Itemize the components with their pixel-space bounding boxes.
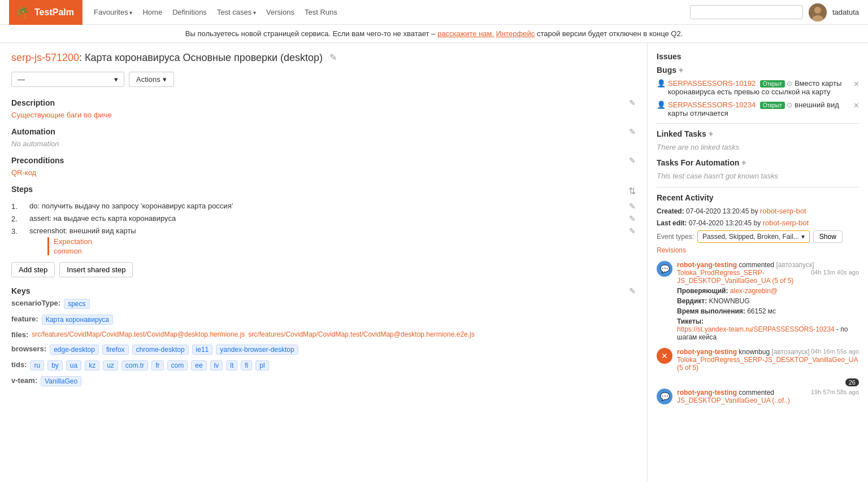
recent-activity-title: Recent Activity — [657, 193, 859, 202]
activity-0-link[interactable]: Toloka_ProdRegress_SERP-JS_DESKTOP_Vanil… — [677, 269, 793, 285]
nav-test-runs[interactable]: Test Runs — [305, 8, 337, 16]
divider-1 — [657, 123, 859, 124]
activity-0-detail-4: Тикеты: https://st.yandex-team.ru/SERPAS… — [677, 317, 859, 341]
tid-8[interactable]: ee — [191, 360, 206, 371]
step-1: 1. do: получить выдачу по запросу 'корон… — [11, 202, 636, 211]
tasks-automation-label: Tasks For Automation — [657, 158, 739, 167]
step-3-nested-common[interactable]: common — [54, 247, 622, 255]
tid-4[interactable]: uz — [103, 360, 118, 371]
divider-2 — [657, 187, 859, 188]
description-link[interactable]: Существующие баги по фиче — [11, 111, 112, 119]
insert-shared-step-button[interactable]: Insert shared step — [59, 262, 133, 277]
tid-11[interactable]: fi — [241, 360, 252, 371]
activity-0-comment-icon: 💬 — [657, 261, 672, 277]
logo-text: TestPalm — [34, 7, 74, 18]
activity-1-error-icon: ✕ — [657, 348, 672, 364]
browser-0[interactable]: edge-desktop — [50, 345, 99, 355]
tid-10[interactable]: lt — [226, 360, 237, 371]
feature-value[interactable]: Карта коронавируса — [42, 315, 113, 325]
bug-1-close-icon[interactable]: × — [854, 101, 859, 111]
svg-point-1 — [814, 7, 821, 14]
step-3-num: 3. — [11, 227, 25, 236]
nav-versions[interactable]: Versions — [266, 8, 294, 16]
description-edit-icon[interactable]: ✎ — [629, 98, 636, 107]
revisions-link[interactable]: Revisions — [657, 246, 686, 254]
step-1-text: do: получить выдачу по запросу 'коронави… — [29, 202, 622, 210]
browser-1[interactable]: firefox — [102, 345, 129, 355]
keys-edit-icon[interactable]: ✎ — [629, 286, 636, 295]
tid-9[interactable]: lv — [210, 360, 223, 371]
steps-label: Steps — [11, 185, 33, 194]
step-3-edit-icon[interactable]: ✎ — [629, 226, 636, 236]
created-user[interactable]: robot-serp-bot — [760, 207, 806, 215]
search-input[interactable] — [690, 5, 803, 19]
scenario-type-value[interactable]: specs — [64, 299, 89, 309]
actions-button[interactable]: Actions ▾ — [129, 72, 174, 87]
bugs-add-icon[interactable]: + — [679, 66, 683, 75]
activity-1-link[interactable]: Toloka_ProdRegress_SERP-JS_DESKTOP_Vanil… — [677, 356, 858, 372]
no-linked-tasks: There are no linked tasks — [657, 143, 859, 151]
files-row: files: src/features/CovidMap/CovidMap.te… — [11, 330, 627, 339]
step-3-nested-expectation[interactable]: Expectation — [54, 237, 622, 246]
avatar[interactable] — [809, 3, 827, 21]
activity-2-link[interactable]: JS_DESKTOP_VanillaGeo_UA (..of..) — [677, 396, 790, 404]
activity-0-user[interactable]: robot-yang-testing — [677, 261, 737, 269]
bug-0-close-icon[interactable]: × — [854, 79, 859, 89]
activity-2-action: commented — [739, 389, 774, 396]
logo[interactable]: 🌴 TestPalm — [9, 0, 83, 25]
linked-tasks-add-icon[interactable]: + — [709, 129, 713, 138]
nav-home[interactable]: Home — [142, 8, 162, 16]
step-1-edit-icon[interactable]: ✎ — [629, 202, 636, 211]
title-edit-icon[interactable]: ✎ — [329, 52, 337, 63]
browser-3[interactable]: ie11 — [192, 345, 213, 355]
case-id[interactable]: serp-js-571200 — [11, 52, 79, 63]
activity-1: ✕ robot-yang-testing knownbug [автозапус… — [657, 348, 859, 372]
event-filter: Event types: Passed, Skipped, Broken, Fa… — [657, 230, 859, 254]
banner-link2[interactable]: Интерфейс — [496, 29, 535, 38]
last-edit-user[interactable]: robot-serp-bot — [763, 219, 809, 227]
activity-0-time-val: 66152 мс — [747, 307, 776, 315]
bug-0-link[interactable]: SERPASSESSORS-10192 — [668, 79, 756, 88]
file-1[interactable]: src/features/CovidMap/CovidMap.test/Covi… — [32, 330, 245, 338]
nav-definitions[interactable]: Definitions — [172, 8, 207, 16]
nav-test-cases[interactable]: Test cases — [217, 8, 256, 16]
actions-label: Actions — [136, 75, 160, 84]
tid-5[interactable]: com.tr — [121, 360, 148, 371]
right-panel: Issues Bugs + 👤 SERPASSESSORS-10192 Откр… — [648, 43, 868, 481]
show-button[interactable]: Show — [813, 230, 843, 243]
status-select[interactable]: — ▾ — [11, 72, 124, 87]
activity-0-d4-key: Тикеты: — [677, 317, 704, 325]
activity-1-action: knownbug — [739, 348, 770, 356]
browser-2[interactable]: chrome-desktop — [132, 345, 189, 355]
nav-favourites[interactable]: Favourites — [94, 8, 132, 16]
activity-0-reviewer[interactable]: alex-zagrebin@ — [730, 287, 778, 295]
sort-icon[interactable]: ⇅ — [628, 186, 636, 197]
browser-4[interactable]: yandex-browser-desktop — [216, 345, 298, 355]
event-type-select[interactable]: Passed, Skipped, Broken, Fail... ▾ — [697, 230, 810, 243]
preconditions-edit-icon[interactable]: ✎ — [629, 156, 636, 165]
step-2-edit-icon[interactable]: ✎ — [629, 214, 636, 223]
add-step-button[interactable]: Add step — [11, 262, 55, 277]
tid-6[interactable]: fr — [151, 360, 163, 371]
v-team-value[interactable]: VanillaGeo — [41, 376, 81, 386]
tid-1[interactable]: by — [47, 360, 63, 371]
tid-2[interactable]: ua — [66, 360, 81, 371]
activity-2-user[interactable]: robot-yang-testing — [677, 389, 737, 396]
activity-1-user[interactable]: robot-yang-testing — [677, 348, 737, 356]
tids-label: tids: — [11, 360, 27, 369]
bug-1-link[interactable]: SERPASSESSORS-10234 — [668, 101, 756, 109]
tid-7[interactable]: com — [167, 360, 188, 371]
tid-3[interactable]: kz — [85, 360, 99, 371]
automation-edit-icon[interactable]: ✎ — [629, 127, 636, 136]
tid-12[interactable]: pl — [255, 360, 268, 371]
file-2[interactable]: src/features/CovidMap/CovidMap.test/Covi… — [248, 330, 474, 338]
tasks-automation-add-icon[interactable]: + — [741, 158, 746, 167]
last-edit-label: Last edit: — [657, 219, 687, 227]
tid-0[interactable]: ru — [30, 360, 44, 371]
main-layout: serp-js-571200: Карта коронавируса Основ… — [0, 43, 868, 481]
bugs-label: Bugs — [657, 66, 676, 75]
step-2-text: assert: на выдаче есть карта коронавирус… — [29, 214, 622, 223]
activity-0-ticket[interactable]: https://st.yandex-team.ru/SERPASSESSORS-… — [677, 325, 835, 333]
banner-link1[interactable]: расскажите нам. — [437, 29, 494, 38]
preconditions-link[interactable]: QR-код — [11, 168, 36, 177]
